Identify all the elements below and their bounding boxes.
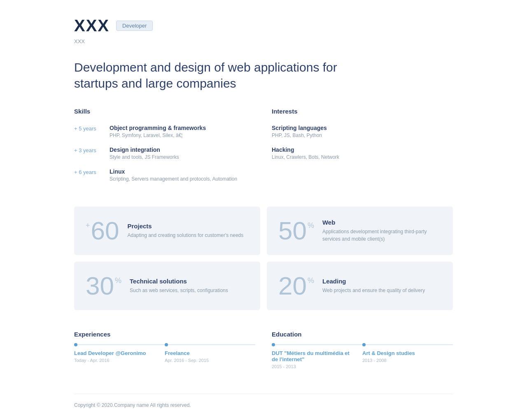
- stat-suffix: %: [115, 276, 121, 285]
- skill-info: Design integration Style and tools, JS F…: [110, 146, 179, 160]
- skill-name: Linux: [110, 168, 237, 175]
- stat-info: Projects Adapting and creating solutions…: [127, 223, 249, 239]
- experiences-title: Experiences: [74, 331, 255, 338]
- stat-number: 50: [278, 218, 307, 244]
- interest-name: Hacking: [272, 146, 453, 153]
- interest-name: Scripting languages: [272, 125, 453, 131]
- skill-info: Object programming & frameworks PHP, Sym…: [110, 125, 206, 138]
- experience-item: Lead Developer @Geronimo Today - Apr. 20…: [74, 344, 165, 363]
- stat-prefix: +: [86, 221, 90, 230]
- education-role: Art & Design studies: [362, 350, 446, 356]
- stat-card: 30 % Technical solutions Such as web ser…: [74, 262, 260, 310]
- education-period: 2015 - 2013: [272, 364, 356, 369]
- education-title: Education: [272, 331, 453, 338]
- stat-info: Leading Web projects and ensure the qual…: [322, 278, 441, 294]
- stat-info: Technical solutions Such as web services…: [130, 278, 249, 294]
- skills-interests-section: Skills + 5 years Object programming & fr…: [74, 108, 453, 190]
- skill-name: Design integration: [110, 146, 179, 153]
- skills-list: + 5 years Object programming & framework…: [74, 125, 255, 182]
- interests-list: Scripting languages PHP, JS, Bash, Pytho…: [272, 125, 453, 160]
- education-item: Art & Design studies 2013 - 2008: [362, 344, 453, 369]
- experience-role: Lead Developer @Geronimo: [74, 350, 158, 356]
- skill-years: + 5 years: [74, 125, 103, 132]
- stat-description: Such as web services, scripts, configura…: [130, 287, 249, 294]
- education-role: DUT "Métiers du multimédia et de l'inter…: [272, 350, 356, 362]
- skill-desc: Style and tools, JS Frameworks: [110, 154, 179, 160]
- stat-description: Adapting and creating solutions for cust…: [127, 232, 249, 239]
- headline: Development and design of web applicatio…: [74, 59, 362, 91]
- skill-desc: PHP, Symfony, Laravel, Silex, â€¦: [110, 132, 206, 138]
- stat-label: Web: [322, 219, 441, 226]
- stat-description: Web projects and ensure the quality of d…: [322, 287, 441, 294]
- exp-edu-section: Experiences Lead Developer @Geronimo Tod…: [74, 331, 453, 369]
- experience-item: Freelance Apr. 2016 - Sep. 2015: [165, 344, 255, 363]
- stat-description: Applications development integrating thi…: [322, 228, 441, 243]
- stat-number-wrap: + 60: [86, 218, 119, 244]
- interests-column: Interests Scripting languages PHP, JS, B…: [272, 108, 453, 190]
- footer: Copyright © 2020.Company name All rights…: [74, 394, 453, 408]
- stats-grid: + 60 Projects Adapting and creating solu…: [74, 207, 453, 310]
- skills-title: Skills: [74, 108, 255, 116]
- developer-badge: Developer: [116, 21, 153, 31]
- stat-label: Projects: [127, 223, 249, 230]
- education-item: DUT "Métiers du multimédia et de l'inter…: [272, 344, 362, 369]
- stat-label: Technical solutions: [130, 278, 249, 285]
- education-period: 2013 - 2008: [362, 358, 446, 363]
- stat-number: 30: [86, 273, 114, 299]
- stat-number: 60: [91, 218, 119, 244]
- experience-timeline: Lead Developer @Geronimo Today - Apr. 20…: [74, 344, 255, 363]
- stat-suffix: %: [308, 276, 314, 285]
- experience-period: Today - Apr. 2016: [74, 358, 158, 363]
- interest-desc: Linux, Crawlers, Bots, Network: [272, 154, 453, 160]
- skill-item: + 3 years Design integration Style and t…: [74, 146, 255, 160]
- skill-desc: Scripting, Servers management and protoc…: [110, 176, 237, 182]
- experience-period: Apr. 2016 - Sep. 2015: [165, 358, 249, 363]
- skill-item: + 6 years Linux Scripting, Servers manag…: [74, 168, 255, 182]
- logo: XXX: [74, 16, 110, 35]
- header: XXX Developer: [74, 16, 453, 35]
- education-column: Education DUT "Métiers du multimédia et …: [272, 331, 453, 369]
- interests-title: Interests: [272, 108, 453, 116]
- stat-number-wrap: 50 %: [278, 218, 314, 244]
- sub-logo: XXX: [74, 38, 453, 44]
- skill-years: + 6 years: [74, 168, 103, 175]
- education-timeline: DUT "Métiers du multimédia et de l'inter…: [272, 344, 453, 369]
- stat-card: 50 % Web Applications development integr…: [267, 207, 453, 255]
- skill-item: + 5 years Object programming & framework…: [74, 125, 255, 138]
- experience-role: Freelance: [165, 350, 249, 356]
- experiences-column: Experiences Lead Developer @Geronimo Tod…: [74, 331, 255, 369]
- stat-suffix: %: [308, 221, 314, 230]
- stat-number-wrap: 20 %: [278, 273, 314, 299]
- footer-text: Copyright © 2020.Company name All rights…: [74, 402, 191, 408]
- stat-label: Leading: [322, 278, 441, 285]
- skill-name: Object programming & frameworks: [110, 125, 206, 131]
- skills-column: Skills + 5 years Object programming & fr…: [74, 108, 255, 190]
- stat-info: Web Applications development integrating…: [322, 219, 441, 243]
- interest-desc: PHP, JS, Bash, Python: [272, 132, 453, 138]
- stat-number: 20: [278, 273, 307, 299]
- stat-card: + 60 Projects Adapting and creating solu…: [74, 207, 260, 255]
- stat-card: 20 % Leading Web projects and ensure the…: [267, 262, 453, 310]
- interest-item: Hacking Linux, Crawlers, Bots, Network: [272, 146, 453, 160]
- skill-years: + 3 years: [74, 146, 103, 153]
- skill-info: Linux Scripting, Servers management and …: [110, 168, 237, 182]
- stat-number-wrap: 30 %: [86, 273, 121, 299]
- interest-item: Scripting languages PHP, JS, Bash, Pytho…: [272, 125, 453, 138]
